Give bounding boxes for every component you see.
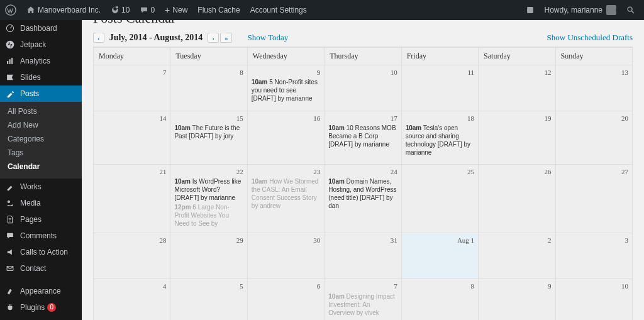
calendar-day-cell[interactable]: 14: [94, 111, 170, 164]
wp-logo[interactable]: [0, 0, 21, 20]
sidebar-item-appearance[interactable]: Appearance: [0, 283, 82, 299]
new-item[interactable]: + New: [160, 0, 192, 20]
calendar-day-cell[interactable]: 2: [478, 233, 555, 279]
sidebar-subitem[interactable]: Tags: [0, 146, 82, 160]
calendar-event[interactable]: 10am 5 Non-Profit sites you need to see …: [252, 78, 320, 102]
calendar-day-cell[interactable]: 28: [94, 233, 170, 279]
day-number: 17: [328, 114, 397, 123]
svg-point-2: [628, 7, 632, 11]
site-name-item[interactable]: Manoverboard Inc.: [21, 0, 106, 20]
calendar-day-cell[interactable]: 30: [247, 233, 324, 279]
calendar-event[interactable]: 10am The Future is the Past [DRAFT] by j…: [174, 124, 243, 140]
sidebar-item-label: Works: [20, 182, 42, 191]
day-number: 21: [97, 167, 166, 176]
calendar-event[interactable]: 10am Tesla's open source and sharing tec…: [406, 124, 474, 157]
calendar-day-cell[interactable]: 9: [478, 279, 555, 320]
sidebar-subitem[interactable]: Calendar: [0, 160, 82, 174]
sidebar-subitem[interactable]: Categories: [0, 132, 82, 146]
prev-range-button[interactable]: ‹: [93, 33, 104, 43]
calendar-event[interactable]: 10am Domain Names, Hosting, and WordPres…: [328, 177, 397, 210]
calendar-day-cell[interactable]: 8: [170, 65, 247, 111]
day-number: 8: [174, 68, 243, 77]
sidebar-item-slides[interactable]: Slides: [0, 69, 82, 86]
calendar-event[interactable]: 10am How We Stormed the CASL: An Email C…: [252, 177, 320, 210]
calendar-day-cell[interactable]: 2310am How We Stormed the CASL: An Email…: [247, 164, 324, 233]
calendar-event[interactable]: 12pm 6 Large Non-Profit Websites You Nee…: [174, 203, 243, 228]
calendar-day-cell[interactable]: 1710am 10 Reasons MOB Became a B Corp [D…: [324, 111, 401, 164]
sidebar-item-comments[interactable]: Comments: [0, 228, 82, 244]
calendar-event[interactable]: 10am Is WordPress like Microsoft Word? […: [174, 177, 243, 202]
avatar: [606, 5, 616, 15]
sidebar-item-dashboard[interactable]: Dashboard: [0, 20, 82, 36]
day-number: 25: [406, 167, 474, 176]
sidebar-item-analytics[interactable]: Analytics: [0, 53, 82, 69]
comments-item[interactable]: 0: [135, 0, 160, 20]
calendar-day-cell[interactable]: 16: [247, 111, 324, 164]
sidebar-item-calls_to_action[interactable]: Calls to Action: [0, 244, 82, 260]
calendar-day-cell[interactable]: 5: [170, 279, 247, 320]
day-number: 14: [97, 114, 166, 123]
calendar-event[interactable]: 10am Designing Impact Investment: An Ove…: [328, 292, 397, 317]
calendar-day-cell[interactable]: 27: [555, 164, 632, 233]
flush-cache-item[interactable]: Flush Cache: [192, 0, 245, 20]
next-range-button[interactable]: ›: [208, 33, 219, 43]
sidebar-item-label: Plugins: [20, 303, 45, 312]
sidebar-item-jetpack[interactable]: Jetpack: [0, 36, 82, 53]
calendar-day-cell[interactable]: 710am Designing Impact Investment: An Ov…: [324, 279, 401, 320]
calendar-day-cell[interactable]: 910am 5 Non-Profit sites you need to see…: [247, 65, 324, 111]
calendar-day-cell[interactable]: 20: [555, 111, 632, 164]
sidebar-item-media[interactable]: Media: [0, 195, 82, 211]
day-number: 4: [97, 282, 166, 290]
sidebar-item-works[interactable]: Works: [0, 179, 82, 195]
sidebar-item-plugins[interactable]: Plugins0: [0, 299, 82, 316]
day-number: 22: [174, 167, 243, 176]
sidebar-item-posts[interactable]: Posts: [0, 86, 82, 102]
calendar-week-row: 28293031Aug 123: [94, 233, 632, 279]
account-settings-item[interactable]: Account Settings: [245, 0, 312, 20]
calendar-day-cell[interactable]: 29: [170, 233, 247, 279]
calendar-day-cell[interactable]: 1810am Tesla's open source and sharing t…: [401, 111, 478, 164]
calendar-day-cell[interactable]: 3: [555, 233, 632, 279]
howdy-item[interactable]: Howdy, marianne: [540, 0, 621, 20]
day-number: 7: [328, 282, 397, 290]
calendar-day-cell[interactable]: 12: [478, 65, 555, 111]
day-number: 10: [328, 68, 397, 77]
notifications-item[interactable]: [521, 0, 540, 20]
updates-count: 10: [121, 6, 130, 14]
calendar-day-cell[interactable]: 26: [478, 164, 555, 233]
day-number: 10: [560, 282, 628, 290]
calendar-day-cell[interactable]: 21: [94, 164, 170, 233]
forward-range-button[interactable]: »: [220, 33, 233, 43]
sidebar-subitem[interactable]: All Posts: [0, 104, 82, 118]
calendar-day-cell[interactable]: 31: [324, 233, 401, 279]
calendar-day-cell[interactable]: 13: [555, 65, 632, 111]
calendar-event[interactable]: 10am 10 Reasons MOB Became a B Corp [DRA…: [328, 124, 397, 148]
calendar-day-cell[interactable]: 11: [401, 65, 478, 111]
sidebar-item-pages[interactable]: Pages: [0, 211, 82, 228]
updates-item[interactable]: 10: [106, 0, 135, 20]
svg-rect-7: [9, 59, 11, 64]
sidebar-item-users[interactable]: Users: [0, 316, 82, 320]
calendar-day-cell[interactable]: 10: [324, 65, 401, 111]
calendar-day-cell[interactable]: 1510am The Future is the Past [DRAFT] by…: [170, 111, 247, 164]
calendar-day-cell[interactable]: 19: [478, 111, 555, 164]
calendar-day-cell[interactable]: 10: [555, 279, 632, 320]
calendar-day-cell[interactable]: 2210am Is WordPress like Microsoft Word?…: [170, 164, 247, 233]
calendar-day-cell[interactable]: 4: [94, 279, 170, 320]
sidebar-item-label: Slides: [20, 73, 41, 82]
sidebar-subitem[interactable]: Add New: [0, 118, 82, 132]
calendar-day-cell[interactable]: 2410am Domain Names, Hosting, and WordPr…: [324, 164, 401, 233]
weekday-header: Thursday: [324, 47, 401, 65]
calendar-day-cell[interactable]: 7: [94, 65, 170, 111]
calendar-week-row: 78910am 5 Non-Profit sites you need to s…: [94, 65, 632, 111]
show-unscheduled-link[interactable]: Show Unscheduled Drafts: [547, 33, 633, 43]
calendar-day-cell[interactable]: Aug 1: [401, 233, 478, 279]
show-today-link[interactable]: Show Today: [247, 33, 288, 43]
calendar-day-cell[interactable]: 25: [401, 164, 478, 233]
calendar-day-cell[interactable]: 8: [401, 279, 478, 320]
calendar-day-cell[interactable]: 6: [247, 279, 324, 320]
search-item[interactable]: [621, 0, 640, 20]
sidebar-item-contact[interactable]: Contact: [0, 260, 82, 277]
day-number: Aug 1: [406, 236, 474, 245]
calendar-header: ‹ July, 2014 - August, 2014 › » Show Tod…: [93, 33, 633, 43]
